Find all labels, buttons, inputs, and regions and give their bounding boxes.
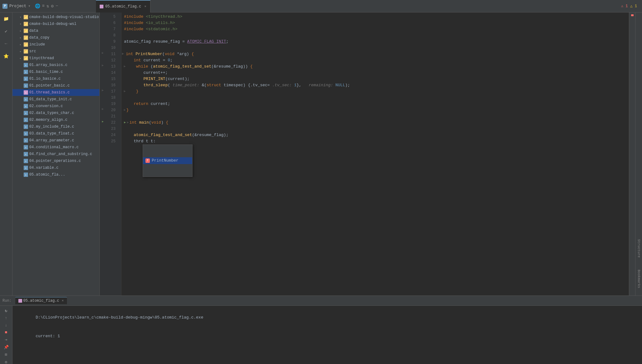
warn-badge[interactable]: △ 1 xyxy=(630,4,637,8)
tree-label-03-data-float: 03.data_type_float.c xyxy=(29,131,74,136)
project-label[interactable]: Project xyxy=(9,4,26,8)
ln-5: 5 xyxy=(106,14,118,20)
bottom-tabs: Run: 05.atomic_flag.c × xyxy=(0,296,642,306)
folder-icon-tinycthread: 📁 xyxy=(24,56,28,60)
file-icon-01-thread: c xyxy=(24,90,28,95)
tree-file-04-pointer-ops[interactable]: ▸ c 04.pointer_operations.c xyxy=(12,158,99,164)
tree-file-02-memory-align[interactable]: ▸ c 02.memory_align.c xyxy=(12,116,99,123)
code-line-13: ⊢ while (atomic_flag_test_and_set(&resum… xyxy=(124,64,629,70)
tree-item-src[interactable]: ▸ 📁 src xyxy=(12,48,99,55)
tree-file-02-my-include[interactable]: ▸ c 02.my_include_file.c xyxy=(12,123,99,130)
bottom-toolbar: ↻ ↑ ↓ ■ ⇥ 📌 ⊞ ⚙ 🗑 xyxy=(0,306,12,364)
project-dropdown-icon[interactable]: ▾ xyxy=(28,4,31,8)
tree-file-01-io[interactable]: ▸ c 01.io_basice.c xyxy=(12,75,99,82)
terminal-path-line: D:\CLionProjects\learn_c\cmake-build-deb… xyxy=(16,308,638,327)
structure-label[interactable]: Structure xyxy=(636,238,641,259)
tree-label-01-data-type: 01_data_type_init.c xyxy=(29,97,72,102)
gutter-9 xyxy=(100,37,106,44)
tree-file-01-array[interactable]: ▸ c 01.array_basics.c xyxy=(12,62,99,69)
gutter-5 xyxy=(100,12,106,19)
tree-file-02-data-types-char[interactable]: ▸ c 02.data_types_char.c xyxy=(12,110,99,116)
code-line-11: ⊢int PrintNumber(void *arg) { xyxy=(124,51,629,57)
file-icon-02-my-include: c xyxy=(24,125,28,129)
file-tree[interactable]: ▾ 📁 cmake-build-debug-visual-studio-... … xyxy=(12,12,100,295)
scroll-down-icon[interactable]: ↓ xyxy=(3,323,10,328)
tree-item-cmake-wsl[interactable]: ▾ 📁 cmake-build-debug-wsl xyxy=(12,21,99,27)
tree-file-02-conversion[interactable]: ▸ c 02.conversion.c xyxy=(12,103,99,110)
tree-item-data-copy[interactable]: ▸ 📁 data_copy xyxy=(12,34,99,41)
tree-file-05-atomic[interactable]: ▸ c 05.atomic_fla... xyxy=(12,171,99,178)
ln-11: 11 xyxy=(106,51,118,57)
ln-7: 7 xyxy=(106,26,118,32)
bottom-panel: Run: 05.atomic_flag.c × ↻ ↑ ↓ ■ ⇥ 📌 ⊞ ⚙ … xyxy=(0,295,642,364)
folder-icon-data: 📁 xyxy=(24,29,28,33)
sidebar-commit-icon[interactable]: ✔ xyxy=(2,27,10,35)
tab-close-button[interactable]: × xyxy=(144,5,146,8)
nav-icon-2[interactable]: ≡ xyxy=(42,3,45,9)
bottom-tab-run[interactable]: 05.atomic_flag.c × xyxy=(15,297,67,304)
file-icon-01-data-type: c xyxy=(24,97,28,102)
nav-icon-1[interactable]: 🌐 xyxy=(35,3,40,9)
code-line-14: current++; xyxy=(124,70,629,76)
ln-9: 9 xyxy=(106,39,118,45)
tree-file-04-variable[interactable]: ▸ c 04.variable.c xyxy=(12,164,99,171)
code-line-16: thrd_sleep( time_point: &(struct timespe… xyxy=(124,82,629,88)
tree-file-03-data-float[interactable]: ▸ c 03.data_type_float.c xyxy=(12,130,99,137)
nav-icon-3[interactable]: ⇅ xyxy=(46,3,49,9)
completion-item-printnumber[interactable]: f PrintNumber xyxy=(143,157,192,164)
code-line-9: atomic_flag resume_flag = ATOMIC_FLAG_IN… xyxy=(124,39,629,45)
columns-icon[interactable]: ⊞ xyxy=(3,352,10,357)
bottom-tab-icon xyxy=(18,299,22,303)
code-line-21 xyxy=(124,113,629,120)
bookmarks-label[interactable]: Bookmarks xyxy=(636,268,641,289)
wrap-icon[interactable]: ⇥ xyxy=(3,337,10,342)
tree-file-01-basic-time[interactable]: ▸ c 01.basic_time.c xyxy=(12,69,99,75)
gutter-12 xyxy=(100,56,106,62)
sidebar-pull-icon[interactable]: ← xyxy=(2,40,10,47)
tree-file-01-data-type[interactable]: ▸ c 01_data_type_init.c xyxy=(12,96,99,103)
tree-item-cmake-vs[interactable]: ▾ 📁 cmake-build-debug-visual-studio-... xyxy=(12,14,99,21)
scroll-up-icon[interactable]: ↑ xyxy=(3,316,10,320)
tree-label-04-cond-macro: 04.conditional_macro.c xyxy=(29,145,78,149)
sidebar-bookmark-icon[interactable]: ⭐ xyxy=(2,52,10,60)
bottom-tab-close[interactable]: × xyxy=(62,299,64,303)
tree-item-include[interactable]: ▸ 📁 include xyxy=(12,41,99,48)
tree-label-src: src xyxy=(29,49,36,54)
code-line-12: int current = 0; xyxy=(124,57,629,64)
tree-label-05-atomic: 05.atomic_fla... xyxy=(29,173,65,177)
tree-label-01-pointer: 01.pointer_basic.c xyxy=(29,83,70,88)
error-badge[interactable]: ⚠ 1 xyxy=(621,4,628,8)
left-sidebar: 📁 ✔ ← ⭐ xyxy=(0,12,12,295)
gutter-7 xyxy=(100,25,106,31)
terminal-exe-path: D:\CLionProjects\learn_c\cmake-build-deb… xyxy=(36,315,203,320)
tree-item-data[interactable]: ▸ 📁 data xyxy=(12,27,99,34)
completion-popup[interactable]: f PrintNumber xyxy=(143,144,193,177)
ln-25: 25 xyxy=(106,138,118,144)
ln-6: 6 xyxy=(106,20,118,26)
tree-file-04-array-param[interactable]: ▸ c 04.array_parameter.c xyxy=(12,137,99,144)
code-area[interactable]: ⊢ ⊢ ⊢ ⊢ ▶ xyxy=(100,12,635,295)
ln-12: 12 xyxy=(106,57,118,64)
tree-file-01-thread[interactable]: ▸ c 01.thread_basics.c xyxy=(12,89,99,96)
active-tab[interactable]: 05.atomic_flag.c × xyxy=(96,0,150,12)
arrow-include: ▸ xyxy=(19,43,22,46)
code-editor[interactable]: #include <tinycthread.h> #include <io_ut… xyxy=(121,12,629,295)
minimize-icon[interactable]: − xyxy=(55,3,58,9)
settings-icon[interactable]: ⚙ xyxy=(51,3,54,9)
sidebar-project-icon[interactable]: 📁 xyxy=(2,15,10,22)
completion-icon: f xyxy=(145,158,150,163)
tree-file-01-pointer[interactable]: ▸ c 01.pointer_basic.c xyxy=(12,82,99,89)
tree-label-cmake-vs: cmake-build-debug-visual-studio-... xyxy=(29,15,100,19)
pin-icon[interactable]: 📌 xyxy=(3,345,10,350)
tree-file-04-cond-macro[interactable]: ▸ c 04.conditional_macro.c xyxy=(12,144,99,151)
tree-label-04-pointer-ops: 04.pointer_operations.c xyxy=(29,159,81,163)
settings-tool-icon[interactable]: ⚙ xyxy=(3,360,10,364)
code-line-23 xyxy=(124,126,629,132)
tree-item-tinycthread[interactable]: ▸ 📁 tinycthread xyxy=(12,55,99,62)
tree-file-04-find-char[interactable]: ▸ c 04.find_char_and_substring.c xyxy=(12,151,99,158)
run-restart-icon[interactable]: ↻ xyxy=(3,308,10,313)
stop-icon[interactable]: ■ xyxy=(3,330,10,335)
top-bar: P Project ▾ 🌐 ≡ ⇅ ⚙ − 05.atomic_flag.c ×… xyxy=(0,0,642,12)
code-line-17: ⊢ } xyxy=(124,88,629,95)
gutter-area: ⊢ ⊢ ⊢ ⊢ ▶ xyxy=(100,12,106,295)
